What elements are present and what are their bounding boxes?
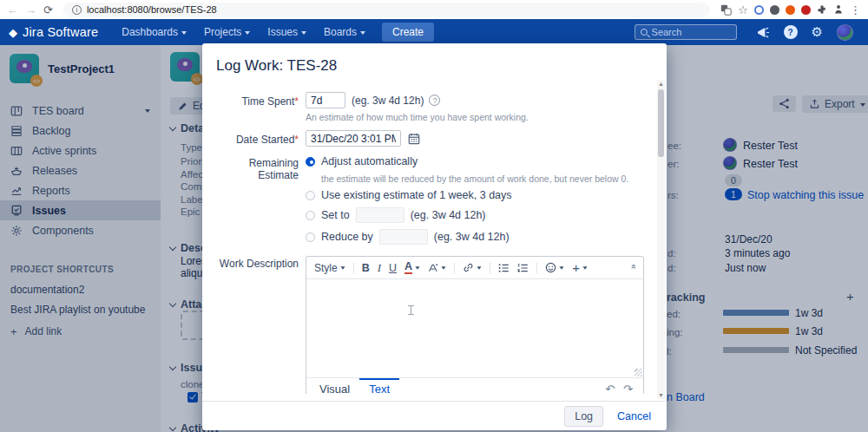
emoji-icon [545,262,556,273]
scrollbar-thumb[interactable] [658,89,664,157]
chevron-down-icon [340,266,345,269]
jira-top-navbar: ◆ Jira Software Dashboards Projects Issu… [0,19,868,45]
chevron-down-icon [360,31,365,35]
nav-menu-projects[interactable]: Projects [196,19,258,45]
chevron-down-icon [442,266,446,269]
editor-mode-tabs: Visual Text ↶ ↷ [306,377,643,394]
radio-reduce-by[interactable]: Reduce by (eg. 3w 4d 12h) [306,229,628,245]
user-avatar[interactable] [837,24,853,41]
radio-icon[interactable] [306,191,315,200]
settings-gear-icon[interactable]: ⚙ [812,24,823,40]
link-dropdown[interactable] [463,262,482,273]
time-spent-helper: An estimate of how much time you have sp… [306,112,644,122]
collapse-toolbar-icon[interactable]: » [629,266,639,270]
search-input[interactable]: Search [635,24,737,40]
nav-menu-issues[interactable]: Issues [260,19,314,45]
dialog-scrollbar[interactable]: ▲ ▼ [657,80,665,399]
radio-icon[interactable] [306,232,315,242]
log-button[interactable]: Log [564,406,603,427]
time-spent-label: Time Spent* [216,94,299,108]
create-button[interactable]: Create [382,23,434,42]
chevron-down-icon [416,266,420,269]
text-styles-dropdown[interactable] [428,263,446,273]
help-question-icon[interactable]: ? [429,95,440,106]
help-icon[interactable]: ? [784,25,798,39]
scroll-down-icon[interactable]: ▼ [657,392,665,398]
insert-more-dropdown[interactable]: + [572,260,588,275]
radio-use-existing-estimate[interactable]: Use existing estimate of 1 week, 3 days [306,189,628,201]
tab-text[interactable]: Text [359,378,399,395]
link-icon [463,262,474,273]
date-started-label: Date Started* [216,132,299,146]
browser-refresh-icon[interactable]: ⟳ [43,4,53,16]
chevron-down-icon [301,31,306,35]
work-description-textarea[interactable] [306,279,643,377]
adblock-icon[interactable] [801,5,811,15]
chevron-down-icon [582,266,587,269]
announcements-megaphone-icon[interactable] [757,27,770,38]
tab-visual[interactable]: Visual [310,378,359,395]
radio-adjust-automatically[interactable]: Adjust automatically [306,155,628,167]
chevron-down-icon [477,266,482,269]
numbered-list-button[interactable] [517,263,529,273]
radio-set-to[interactable]: Set to (eg. 3w 4d 12h) [306,207,628,223]
browser-back-icon[interactable]: ← [7,4,18,16]
profile-icon[interactable] [833,4,844,15]
search-icon [641,29,648,36]
adjust-helper-text: the estimate will be reduced by the amou… [321,173,628,184]
remaining-estimate-label: Remaining Estimate [216,155,299,181]
chevron-down-icon [245,31,250,35]
style-dropdown[interactable]: Style [314,262,345,274]
work-description-editor: Style B I U A [306,256,644,394]
jira-logo[interactable]: ◆ Jira Software [9,25,98,39]
bullet-list-icon [498,263,510,273]
text-color-dropdown[interactable]: A [404,261,420,275]
browser-menu-icon[interactable]: ⋮ [850,4,861,16]
bullet-list-button[interactable] [498,263,510,273]
time-spent-input[interactable] [306,92,345,108]
chevron-down-icon [181,31,187,35]
translate-icon[interactable] [720,4,732,16]
undo-icon[interactable]: ↶ [605,383,615,395]
extension-icon-1[interactable] [754,5,764,15]
site-info-icon[interactable]: i [72,5,82,15]
nav-menu-dashboards[interactable]: Dashboards [114,19,194,45]
browser-forward-icon[interactable]: → [25,4,36,16]
dialog-header: Log Work: TES-28 [202,43,667,83]
emoji-dropdown[interactable] [545,262,564,273]
jira-logo-icon: ◆ [9,26,17,39]
log-work-dialog: Log Work: TES-28 Time Spent* (eg. 3w 4d … [202,43,667,430]
extension-icon-3[interactable] [786,5,795,15]
page-url[interactable]: localhost:8080/browse/TES-28 [87,4,217,15]
cancel-link[interactable]: Cancel [617,410,651,422]
extensions-puzzle-icon[interactable] [817,4,827,15]
bookmark-star-icon[interactable]: ☆ [738,4,748,16]
work-description-label: Work Description [216,256,299,270]
browser-toolbar: ← → ⟳ i localhost:8080/browse/TES-28 ☆ ⋮ [0,0,868,19]
resize-handle[interactable] [635,369,642,376]
dialog-title: Log Work: TES-28 [216,57,337,74]
dialog-footer: Log Cancel [202,401,667,430]
editor-toolbar: Style B I U A [306,257,643,279]
font-style-icon [428,263,438,273]
date-started-input[interactable] [306,130,401,147]
dialog-body: Time Spent* (eg. 3w 4d 12h) ? An estimat… [202,83,667,394]
address-bar[interactable]: i localhost:8080/browse/TES-28 [63,3,710,17]
required-asterisk: * [294,95,299,108]
bold-button[interactable]: B [362,262,370,274]
calendar-icon[interactable] [408,133,420,145]
required-asterisk: * [294,134,299,146]
remaining-estimate-options: Adjust automatically the estimate will b… [306,155,628,251]
redo-icon[interactable]: ↷ [623,383,633,395]
scroll-up-icon[interactable]: ▲ [657,81,665,87]
page-body: <> TestProject1 TES board Backlog Active… [0,45,868,432]
underline-button[interactable]: U [389,262,397,274]
chevron-down-icon [560,266,564,269]
radio-icon[interactable] [306,211,315,220]
radio-selected-icon[interactable] [306,157,315,167]
italic-button[interactable]: I [378,261,381,275]
set-to-input[interactable] [356,207,404,223]
extension-icon-2[interactable] [770,5,779,15]
reduce-by-input[interactable] [379,229,428,245]
nav-menu-boards[interactable]: Boards [316,19,373,45]
